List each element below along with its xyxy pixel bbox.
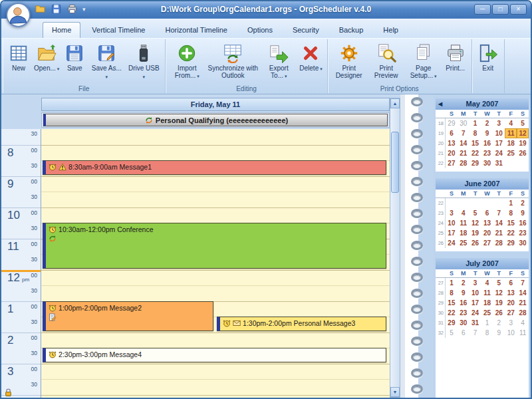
day-cell[interactable]: 16 (517, 218, 529, 228)
day-cell[interactable]: 26 (469, 238, 481, 248)
day-cell[interactable]: 26 (517, 148, 529, 158)
qat-customize-icon[interactable]: ▾ (82, 6, 89, 13)
day-cell[interactable]: 21 (458, 148, 469, 158)
day-cell[interactable]: 7 (517, 278, 529, 288)
scroll-up-button[interactable]: ▲ (390, 98, 400, 108)
tab-home[interactable]: Home (43, 22, 80, 38)
day-cell[interactable]: 29 (446, 318, 458, 328)
day-cell[interactable]: 20 (505, 298, 517, 308)
day-cell[interactable]: 12 (493, 288, 505, 298)
day-cell[interactable]: 21 (517, 298, 529, 308)
day-cell[interactable]: 27 (505, 308, 517, 318)
event-message3[interactable]: 1:30pm-2:00pm Personal Message3 (217, 317, 386, 331)
day-cell[interactable]: 25 (505, 148, 517, 158)
day-cell[interactable]: 5 (446, 328, 458, 338)
ribbon-button-delete[interactable]: Delete ▾ (297, 41, 324, 73)
day-cell[interactable]: 14 (517, 288, 529, 298)
day-cell[interactable]: 25 (458, 238, 469, 248)
day-cell[interactable]: 20 (446, 148, 458, 158)
tab-backup[interactable]: Backup (331, 23, 372, 38)
day-cell[interactable]: 18 (505, 138, 517, 148)
tab-horizontal-timeline[interactable]: Horizontal Timeline (156, 23, 236, 38)
day-cell[interactable]: 16 (458, 298, 469, 308)
day-cell[interactable]: 12 (469, 218, 481, 228)
ribbon-button-print[interactable]: Print... (442, 41, 469, 72)
day-cell[interactable]: 17 (446, 228, 458, 238)
day-cell[interactable]: 22 (505, 228, 517, 238)
day-cell[interactable]: 7 (458, 128, 469, 138)
day-cell[interactable]: 24 (469, 308, 481, 318)
day-cell[interactable]: 24 (446, 238, 458, 248)
day-cell[interactable]: 30 (517, 238, 529, 248)
day-cell[interactable]: 22 (469, 148, 481, 158)
day-cell[interactable]: 10 (493, 128, 505, 138)
day-cell[interactable]: 10 (505, 328, 517, 338)
ribbon-button-exit[interactable]: Exit (475, 41, 501, 72)
day-cell[interactable]: 16 (481, 138, 493, 148)
day-cell[interactable]: 24 (493, 148, 505, 158)
vertical-scrollbar[interactable]: ▲ ▼ (390, 98, 400, 398)
event-message2[interactable]: 1:00pm-2:00pm Message2 (43, 301, 213, 331)
day-cell[interactable]: 28 (493, 238, 505, 248)
day-cell[interactable]: 3 (446, 208, 458, 218)
event-message4[interactable]: 2:30pm-3:00pm Message4 (43, 348, 386, 362)
day-cell[interactable]: 11 (517, 328, 529, 338)
day-cell[interactable]: 23 (517, 228, 529, 238)
day-cell[interactable]: 9 (458, 288, 469, 298)
day-grid[interactable]: 8:30am-9:00am Message110:30am-12:00pm Co… (41, 129, 390, 398)
day-cell[interactable]: 6 (505, 278, 517, 288)
qat-save-button[interactable] (51, 3, 62, 15)
day-cell[interactable]: 27 (481, 238, 493, 248)
day-cell[interactable]: 14 (458, 138, 469, 148)
day-cell[interactable]: 10 (469, 288, 481, 298)
scrollbar-thumb[interactable] (391, 132, 399, 193)
day-cell[interactable]: 8 (446, 288, 458, 298)
ribbon-button-save-as[interactable]: Save As... ▾ (88, 41, 125, 81)
day-cell[interactable]: 6 (458, 328, 469, 338)
day-cell[interactable]: 13 (481, 218, 493, 228)
day-cell[interactable]: 11 (505, 128, 517, 138)
ribbon-button-save[interactable]: Save (61, 41, 88, 72)
day-cell[interactable]: 1 (481, 318, 493, 328)
day-cell[interactable]: 8 (469, 128, 481, 138)
day-cell[interactable]: 3 (505, 318, 517, 328)
ribbon-button-new[interactable]: New (5, 41, 32, 72)
ribbon-button-export-to[interactable]: Export To... ▾ (260, 41, 297, 80)
day-cell[interactable]: 2 (493, 318, 505, 328)
day-cell[interactable]: 10 (446, 218, 458, 228)
day-cell[interactable]: 18 (458, 228, 469, 238)
tab-help[interactable]: Help (374, 23, 407, 38)
day-cell[interactable]: 28 (458, 158, 469, 168)
day-cell[interactable]: 1 (505, 198, 517, 208)
ribbon-button-open[interactable]: Open... ▾ (32, 41, 61, 73)
ribbon-button-import-from[interactable]: Import From... ▾ (168, 41, 205, 80)
app-logo-icon[interactable] (6, 3, 31, 27)
day-cell[interactable]: 12 (517, 128, 529, 138)
day-cell[interactable]: 27 (446, 158, 458, 168)
ribbon-button-page-setup[interactable]: Page Setup... ▾ (405, 41, 442, 80)
day-cell[interactable]: 29 (505, 238, 517, 248)
day-cell[interactable]: 5 (469, 208, 481, 218)
ribbon-button-drive-usb[interactable]: Drive USB ▾ (125, 41, 162, 81)
day-cell[interactable]: 4 (505, 118, 517, 128)
day-cell[interactable]: 5 (517, 118, 529, 128)
day-cell[interactable]: 11 (481, 288, 493, 298)
ribbon-button-print-preview[interactable]: Print Preview (368, 41, 405, 80)
tab-options[interactable]: Options (239, 23, 281, 38)
close-button[interactable]: × (510, 4, 527, 15)
tab-security[interactable]: Security (284, 23, 328, 38)
day-cell[interactable]: 4 (481, 278, 493, 288)
day-cell[interactable]: 2 (517, 198, 529, 208)
day-cell[interactable]: 7 (469, 328, 481, 338)
day-cell[interactable]: 15 (505, 218, 517, 228)
day-cell[interactable]: 5 (493, 278, 505, 288)
event-message1[interactable]: 8:30am-9:00am Message1 (43, 160, 386, 175)
day-cell[interactable]: 1 (469, 118, 481, 128)
day-cell[interactable]: 23 (458, 308, 469, 318)
day-cell[interactable]: 4 (458, 208, 469, 218)
day-cell[interactable]: 26 (493, 308, 505, 318)
day-cell[interactable]: 13 (505, 288, 517, 298)
day-cell[interactable]: 23 (481, 148, 493, 158)
day-cell[interactable]: 28 (517, 308, 529, 318)
day-cell[interactable]: 13 (446, 138, 458, 148)
